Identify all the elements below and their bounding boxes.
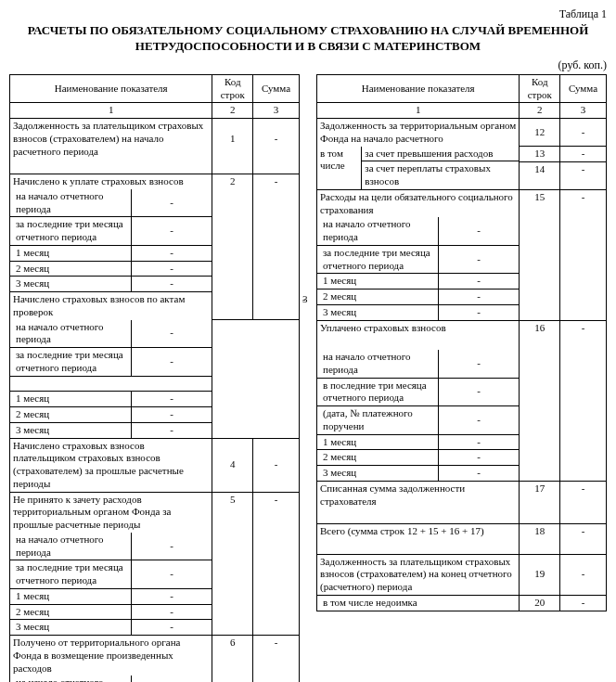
row-sum: -: [560, 119, 607, 147]
subrow-overpay: за счет переплаты страховых взносов: [362, 161, 520, 189]
subrow-val: -: [131, 217, 212, 245]
col-num-1: 1: [317, 103, 520, 119]
table-row: Не принято к зачету расходов территориал…: [10, 492, 300, 533]
table-row: Расходы на цели обязательного социальног…: [317, 189, 607, 217]
row-sum: -: [253, 119, 300, 160]
table-row: Задолженность за плательщиком страховых …: [10, 119, 300, 160]
row-name: Всего (сумма строк 12 + 15 + 16 + 17): [317, 524, 520, 539]
title-line-1: РАСЧЕТЫ ПО ОБЯЗАТЕЛЬНОМУ СОЦИАЛЬНОМУ СТР…: [28, 23, 589, 37]
table-row: в том числе недоимка 20 -: [317, 595, 607, 611]
row-code: 4: [212, 438, 253, 492]
units-label: (руб. коп.): [9, 58, 607, 72]
row-code: 1: [212, 119, 253, 160]
col-code-header: Код строк: [520, 74, 560, 103]
row-code: 2: [212, 174, 253, 320]
table-row: Уплачено страховых взносов 16 -: [317, 320, 607, 335]
right-table: Наименование показателя Код строк Сумма …: [316, 74, 607, 611]
col-sum-header: Сумма: [560, 74, 607, 103]
table-row: Получено от территориального органа Фонд…: [10, 636, 300, 676]
subrow-overexp: за счет превышения расходов: [362, 147, 520, 161]
dateno-label: (дата, № платежного поручени: [317, 406, 438, 434]
col-name-header: Наименование показателя: [317, 74, 520, 103]
row-name: Уплачено страховых взносов: [317, 320, 520, 335]
row-code: 15: [520, 189, 560, 320]
table-row: Списанная сумма задолженности страховате…: [317, 481, 607, 508]
col-num-1: 1: [10, 103, 212, 119]
subrow-val: -: [131, 189, 212, 217]
vtom-label: в том числе: [317, 147, 362, 189]
subrow-m3: 3 месяц: [10, 277, 131, 291]
row-sum: -: [560, 320, 607, 481]
row-sum: -: [253, 174, 300, 320]
table-row: Начислено к уплате страховых взносов 2 -: [10, 174, 300, 189]
col-num-3: 3: [560, 103, 607, 119]
table-row: Задолженность за плательщиком страховых …: [317, 554, 607, 595]
title-line-2: НЕТРУДОСПОСОБНОСТИ И В СВЯЗИ С МАТЕРИНСТ…: [135, 39, 481, 53]
subrow-m1: 1 месяц: [10, 246, 131, 261]
row-name: Задолженность за территориальным органом…: [317, 119, 520, 147]
row-name: Задолженность за плательщиком страховых …: [317, 554, 520, 595]
table-row: Начислено страховых взносов плательщиком…: [10, 438, 300, 492]
left-table: Наименование показателя Код строк Сумма …: [9, 74, 300, 682]
table-number-label: Таблица 1: [9, 7, 607, 21]
row-sum: -: [560, 189, 607, 320]
row-sum: -: [253, 492, 300, 636]
subrow-last3: за последние три месяца отчетного период…: [10, 217, 131, 245]
row-name: Получено от территориального органа Фонд…: [10, 636, 212, 676]
row-code: 6: [212, 636, 253, 682]
table-row: Задолженность за территориальным органом…: [317, 119, 607, 147]
row-name: Расходы на цели обязательного социальног…: [317, 189, 520, 217]
col-name-header: Наименование показателя: [10, 74, 212, 103]
row-name: Не принято к зачету расходов территориал…: [10, 492, 212, 533]
row-sum: -: [253, 636, 300, 682]
row-code: 16: [520, 320, 560, 481]
col-num-2: 2: [520, 103, 560, 119]
col-code-header: Код строк: [212, 74, 253, 103]
row-name: Начислено страховых взносов по актам про…: [10, 292, 212, 320]
row-name: Задолженность за плательщиком страховых …: [10, 119, 212, 160]
subrow-m2: 2 месяц: [10, 262, 131, 277]
table-row: Всего (сумма строк 12 + 15 + 16 + 17) 18…: [317, 524, 607, 539]
row-name: в том числе недоимка: [317, 595, 520, 611]
row-name: Списанная сумма задолженности страховате…: [317, 481, 520, 508]
page-title: РАСЧЕТЫ ПО ОБЯЗАТЕЛЬНОМУ СОЦИАЛЬНОМУ СТР…: [9, 23, 607, 55]
row-code: 12: [520, 119, 560, 147]
row-code: 5: [212, 492, 253, 636]
row-sum: -: [253, 438, 300, 492]
row-name: Начислено страховых взносов плательщиком…: [10, 438, 212, 492]
col-num-3: 3: [253, 103, 300, 119]
subrow-begin: на начало отчетного периода: [10, 189, 131, 217]
row-name: Начислено к уплате страховых взносов: [10, 174, 212, 189]
col-sum-header: Сумма: [253, 74, 300, 103]
col-num-2: 2: [212, 103, 253, 119]
